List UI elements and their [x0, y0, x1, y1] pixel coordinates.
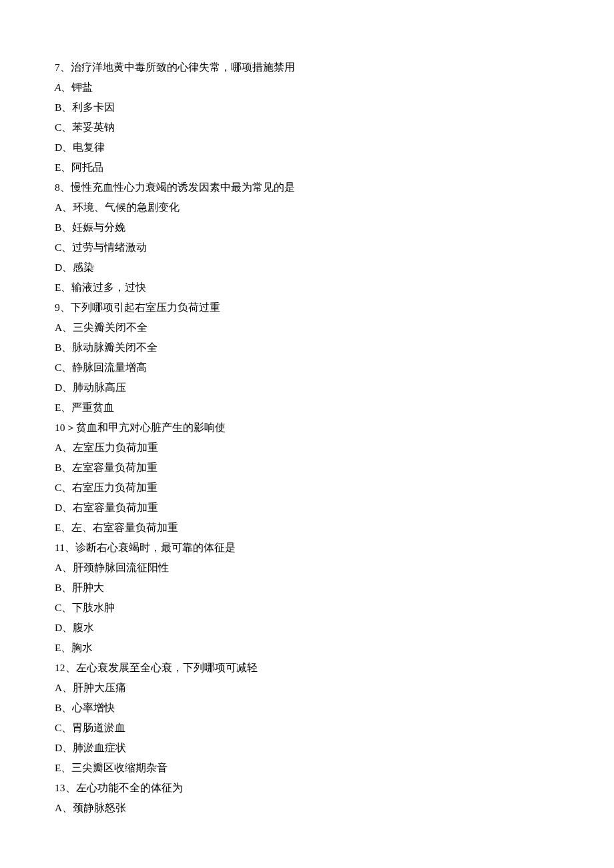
- q11-option-b: B、肝肿大: [55, 578, 614, 598]
- q12-option-d: D、肺淤血症状: [55, 738, 614, 758]
- q12-option-c: C、胃肠道淤血: [55, 718, 614, 738]
- q7-stem: 7、治疗洋地黄中毒所致的心律失常，哪项措施禁用: [55, 57, 614, 77]
- q9-stem: 9、下列哪项引起右室压力负荷过重: [55, 298, 614, 318]
- q8-stem: 8、慢性充血性心力衰竭的诱发因素中最为常见的是: [55, 177, 614, 197]
- q10-option-c: C、右室压力负荷加重: [55, 478, 614, 498]
- q10-option-e: E、左、右室容量负荷加重: [55, 518, 614, 538]
- q11-option-d: D、腹水: [55, 618, 614, 638]
- q8-option-b: B、妊娠与分娩: [55, 218, 614, 238]
- q9-option-b: B、脉动脉瓣关闭不全: [55, 338, 614, 358]
- q10-option-b: B、左室容量负荷加重: [55, 458, 614, 478]
- q10-stem: 10＞贫血和甲亢对心脏产生的影响使: [55, 418, 614, 438]
- q10-option-a: A、左室压力负荷加重: [55, 438, 614, 458]
- q9-option-d: D、肺动脉高压: [55, 378, 614, 398]
- q12-stem: 12、左心衰发展至全心衰，下列哪项可减轻: [55, 658, 614, 678]
- q11-stem: 11、诊断右心衰竭时，最可靠的体征是: [55, 538, 614, 558]
- q7-option-a: A、钾盐: [55, 77, 614, 97]
- q8-option-c: C、过劳与情绪激动: [55, 238, 614, 258]
- q9-option-c: C、静脉回流量增高: [55, 358, 614, 378]
- q9-option-e: E、严重贫血: [55, 398, 614, 418]
- q9-option-a: A、三尖瓣关闭不全: [55, 318, 614, 338]
- q8-option-a: A、环境、气候的急剧变化: [55, 197, 614, 218]
- q12-option-e: E、三尖瓣区收缩期杂音: [55, 758, 614, 778]
- q7-option-a-sep: 、: [61, 81, 71, 93]
- q12-option-b: B、心率增快: [55, 698, 614, 718]
- q12-option-a: A、肝肿大压痛: [55, 678, 614, 698]
- q13-option-a: A、颈静脉怒张: [55, 798, 614, 818]
- q11-option-a: A、肝颈静脉回流征阳性: [55, 558, 614, 578]
- q7-option-a-text: 钾盐: [71, 81, 93, 93]
- q10-option-d: D、右室容量负荷加重: [55, 498, 614, 518]
- q7-option-b: B、利多卡因: [55, 97, 614, 117]
- q7-option-d: D、电复律: [55, 137, 614, 157]
- q11-option-c: C、下肢水肿: [55, 598, 614, 618]
- q13-stem: 13、左心功能不全的体征为: [55, 778, 614, 798]
- q8-option-e: E、输液过多，过快: [55, 278, 614, 298]
- q7-option-c: C、苯妥英钠: [55, 117, 614, 137]
- q11-option-e: E、胸水: [55, 638, 614, 658]
- q7-option-e: E、阿托品: [55, 157, 614, 177]
- q8-option-d: D、感染: [55, 258, 614, 278]
